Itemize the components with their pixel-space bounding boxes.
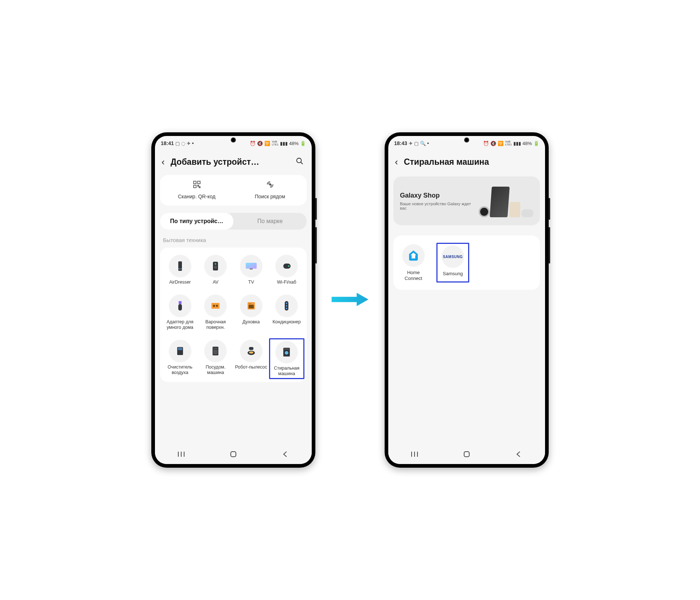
device-airdresser[interactable]: AirDresser: [162, 253, 198, 287]
device-label: Посудом. машина: [199, 365, 233, 375]
telegram-icon: ✈: [409, 141, 413, 146]
hub-icon: [280, 260, 293, 272]
svg-point-23: [249, 303, 250, 304]
device-ac[interactable]: Кондиционер: [269, 293, 305, 332]
nav-back[interactable]: [281, 450, 289, 460]
content-area: Бытовая техника AirDresser AV TV Wi‑Fi/х…: [155, 232, 312, 446]
svg-point-28: [286, 308, 287, 309]
gallery-icon: ▢: [175, 141, 180, 146]
device-label: AV: [213, 280, 218, 285]
status-time: 18:41: [161, 140, 174, 146]
tab-by-brand[interactable]: По марке: [233, 213, 307, 230]
signal-icon: ▮▮▮: [280, 141, 288, 146]
volte-icon: VoBLTE1: [272, 140, 279, 146]
purifier-icon: [174, 345, 186, 357]
ac-icon: [280, 300, 293, 312]
search-icon: [296, 157, 304, 165]
nav-home[interactable]: [229, 450, 237, 460]
alarm-icon: ⏰: [483, 141, 489, 146]
page-title: Добавить устройст…: [171, 157, 291, 167]
page-title: Стиральная машина: [404, 157, 538, 167]
device-wifi-hub[interactable]: Wi‑Fi/хаб: [269, 253, 305, 287]
device-label: Очиститель воздуха: [163, 365, 197, 375]
svg-point-24: [250, 303, 251, 304]
brand-home-connect[interactable]: Home Connect: [397, 243, 430, 283]
svg-rect-49: [412, 255, 415, 258]
nav-home[interactable]: [463, 450, 471, 460]
svg-point-10: [215, 263, 216, 265]
chat-icon: ◌: [181, 141, 185, 146]
nav-back[interactable]: [515, 450, 523, 460]
status-time: 18:43: [394, 140, 407, 146]
device-smart-adapter[interactable]: Адаптер для умного дома: [162, 293, 198, 332]
search-status-icon: 🔍: [420, 141, 426, 146]
power-button: [549, 227, 550, 264]
svg-rect-6: [199, 187, 200, 188]
tab-by-type[interactable]: По типу устройс…: [160, 213, 233, 230]
volte-icon: VoBLTE1: [505, 140, 512, 146]
robot-vacuum-icon: [245, 345, 257, 357]
promo-devices-image: [479, 184, 533, 217]
battery-text: 48%: [522, 141, 532, 146]
nav-bar: [388, 446, 545, 464]
svg-rect-2: [194, 181, 196, 184]
samsung-logo-icon: SAMSUNG: [442, 245, 464, 268]
wifi-icon: 🛜: [498, 141, 503, 146]
back-button[interactable]: ‹: [395, 156, 400, 168]
alarm-icon: ⏰: [250, 141, 256, 146]
device-type-grid: AirDresser AV TV Wi‑Fi/хаб Адаптер для у: [160, 248, 307, 382]
device-label: Wi‑Fi/хаб: [277, 280, 296, 285]
battery-text: 48%: [289, 141, 299, 146]
app-header: ‹ Добавить устройст…: [155, 148, 312, 173]
more-icon: [192, 143, 194, 144]
svg-point-26: [286, 303, 287, 304]
home-connect-icon: [402, 244, 425, 267]
phone-frame-left: 18:41 ▢ ◌ ✈ ⏰ 🔇 🛜 VoBLTE1 ▮▮▮ 48% 🔋 ‹ До…: [151, 132, 315, 468]
brand-samsung[interactable]: SAMSUNG Samsung: [436, 243, 469, 283]
svg-rect-53: [464, 452, 469, 457]
svg-point-15: [288, 265, 289, 267]
svg-rect-13: [250, 269, 253, 269]
filter-tabs: По типу устройс… По марке: [160, 213, 307, 230]
svg-rect-35: [213, 350, 218, 354]
device-washing-machine[interactable]: Стиральная машина: [269, 338, 305, 379]
svg-rect-42: [284, 348, 289, 350]
battery-icon: 🔋: [300, 141, 306, 146]
volume-button: [549, 198, 550, 220]
signal-icon: ▮▮▮: [513, 141, 521, 146]
scan-qr-action[interactable]: Сканир. QR‑код: [160, 175, 233, 206]
svg-point-7: [269, 184, 271, 185]
device-dishwasher[interactable]: Посудом. машина: [198, 338, 234, 379]
device-cooktop[interactable]: Варочная поверхн.: [198, 293, 234, 332]
device-tv[interactable]: TV: [233, 253, 269, 287]
mute-icon: 🔇: [490, 141, 496, 146]
nav-recent[interactable]: [177, 450, 185, 460]
svg-rect-4: [194, 185, 196, 188]
device-label: Кондиционер: [273, 319, 301, 325]
phone-frame-right: 18:43 ✈ ▢ 🔍 ⏰ 🔇 🛜 VoBLTE1 ▮▮▮ 48% 🔋 ‹ Ст…: [385, 132, 549, 468]
volume-button: [315, 198, 317, 220]
front-camera: [464, 137, 469, 143]
back-button[interactable]: ‹: [162, 156, 167, 168]
transition-arrow: [330, 289, 370, 311]
power-button: [315, 227, 317, 264]
svg-point-20: [216, 305, 218, 307]
svg-point-38: [249, 351, 253, 354]
promo-banner[interactable]: Galaxy Shop Ваше новое устройство Galaxy…: [393, 176, 540, 225]
search-button[interactable]: [294, 157, 305, 167]
svg-rect-16: [179, 301, 182, 304]
device-av[interactable]: AV: [198, 253, 234, 287]
device-robot-vacuum[interactable]: Робот‑пылесос: [233, 338, 269, 379]
svg-rect-17: [178, 304, 182, 311]
nav-recent[interactable]: [411, 450, 419, 460]
device-label: Робот‑пылесос: [235, 365, 267, 370]
dongle-icon: [174, 300, 186, 312]
device-oven[interactable]: Духовка: [233, 293, 269, 332]
search-nearby-action[interactable]: Поиск рядом: [233, 175, 307, 206]
airdresser-icon: [174, 260, 186, 272]
empty-space: [388, 296, 545, 446]
device-air-purifier[interactable]: Очиститель воздуха: [162, 338, 198, 379]
washer-icon: [280, 346, 293, 358]
top-actions: Сканир. QR‑код Поиск рядом: [160, 175, 307, 206]
speaker-icon: [209, 260, 222, 272]
